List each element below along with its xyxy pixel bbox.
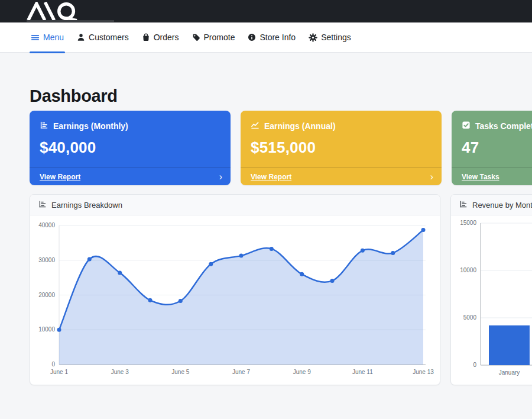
nav-item-customers[interactable]: Customers	[77, 22, 129, 52]
chevron-right-icon: ›	[430, 172, 433, 182]
nav-label: Customers	[89, 33, 129, 42]
svg-text:10000: 10000	[38, 326, 55, 333]
svg-text:10000: 10000	[460, 267, 476, 273]
shopping-bag-icon	[142, 33, 150, 41]
svg-text:5000: 5000	[463, 314, 477, 321]
hamburger-icon	[31, 33, 40, 42]
stat-card-value: $40,000	[30, 131, 231, 157]
svg-text:June 1: June 1	[50, 369, 68, 375]
svg-text:June 5: June 5	[171, 369, 189, 375]
view-tasks-link[interactable]: View Tasks ›	[452, 167, 532, 185]
chart-header: Revenue by Month	[451, 195, 532, 215]
svg-text:June 11: June 11	[352, 369, 373, 375]
svg-text:15000: 15000	[460, 220, 476, 226]
bar-chart-icon	[459, 200, 468, 210]
stat-card-title: Earnings (Annual)	[264, 121, 336, 131]
info-icon	[248, 33, 256, 41]
svg-text:June 9: June 9	[293, 369, 311, 375]
nav-item-orders[interactable]: Orders	[142, 22, 179, 52]
stat-card-title: Tasks Completed	[475, 121, 532, 131]
stat-card-earnings-annual: Earnings (Annual) $515,000 View Report ›	[241, 111, 442, 185]
svg-text:40000: 40000	[38, 222, 55, 228]
svg-text:June 13: June 13	[413, 369, 434, 375]
chart-title: Revenue by Month	[472, 201, 532, 210]
nav-label: Settings	[321, 33, 351, 42]
line-chart-icon	[251, 121, 259, 131]
check-square-icon	[462, 121, 471, 131]
charts-row: Earnings Breakdown 010000200003000040000…	[30, 194, 532, 385]
logo-lambda-stroke	[29, 4, 44, 19]
stat-card-tasks-completed: Tasks Completed 47 View Tasks ›	[452, 111, 532, 185]
stat-card-earnings-monthly: Earnings (Monthly) $40,000 View Report ›	[30, 111, 231, 185]
earnings-breakdown-chart: 010000200003000040000June 1June 3June 5J…	[30, 215, 440, 385]
svg-text:0: 0	[473, 362, 476, 368]
logo-underline	[27, 20, 114, 22]
nav-item-menu[interactable]: Menu	[31, 22, 64, 52]
view-report-link[interactable]: View Report ›	[241, 167, 442, 185]
revenue-by-month-chart: 050001000015000January	[451, 215, 532, 385]
nav-label: Store Info	[259, 33, 296, 42]
dashboard-app: { "brand": { "logo_text": "MQ" }, "color…	[0, 0, 532, 419]
main-content: Dashboard Earnings (Monthly) $40,000 Vie…	[0, 53, 532, 419]
svg-text:January: January	[499, 369, 520, 376]
page-title: Dashboard	[30, 86, 532, 106]
tag-icon	[192, 33, 200, 41]
bar-chart-icon	[40, 121, 48, 131]
bar-chart-icon	[38, 200, 47, 210]
revenue-by-month-card: Revenue by Month 050001000015000January	[450, 194, 532, 385]
stat-card-title: Earnings (Monthly)	[53, 121, 128, 131]
topbar	[0, 0, 532, 22]
nav-label: Menu	[43, 33, 64, 42]
svg-text:0: 0	[51, 361, 55, 368]
stat-card-value: 47	[452, 131, 532, 157]
chevron-right-icon: ›	[219, 172, 222, 182]
nav-item-promote[interactable]: Promote	[192, 22, 235, 52]
stat-cards-row: Earnings (Monthly) $40,000 View Report ›…	[30, 111, 532, 185]
earnings-breakdown-card: Earnings Breakdown 010000200003000040000…	[30, 194, 440, 385]
nav-item-store-info[interactable]: Store Info	[248, 22, 296, 52]
gear-icon	[309, 33, 317, 42]
view-report-link[interactable]: View Report ›	[30, 167, 231, 185]
svg-text:30000: 30000	[38, 257, 55, 263]
main-nav: Menu Customers Orders Promote Store Info	[0, 22, 532, 53]
svg-text:June 7: June 7	[232, 369, 250, 375]
svg-text:20000: 20000	[38, 292, 55, 298]
person-icon	[77, 33, 85, 41]
stat-card-value: $515,000	[241, 131, 442, 157]
chart-title: Earnings Breakdown	[51, 201, 122, 210]
nav-label: Orders	[154, 33, 179, 42]
brand-logo[interactable]	[27, 2, 114, 21]
nav-label: Promote	[204, 33, 235, 42]
svg-text:June 3: June 3	[111, 369, 129, 375]
chart-header: Earnings Breakdown	[30, 195, 440, 215]
nav-item-settings[interactable]: Settings	[309, 22, 351, 52]
